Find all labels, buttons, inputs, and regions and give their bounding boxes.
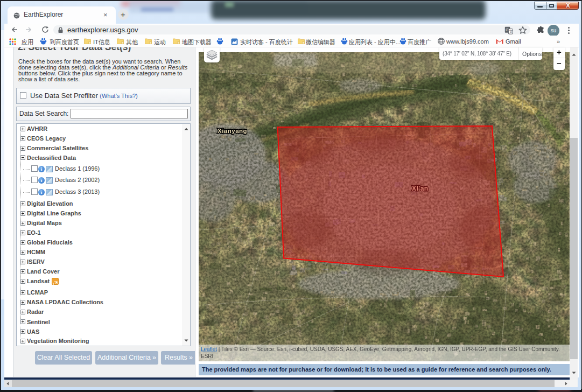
svg-text:文: 文: [509, 29, 513, 33]
svg-text:Xianyang: Xianyang: [218, 128, 247, 134]
